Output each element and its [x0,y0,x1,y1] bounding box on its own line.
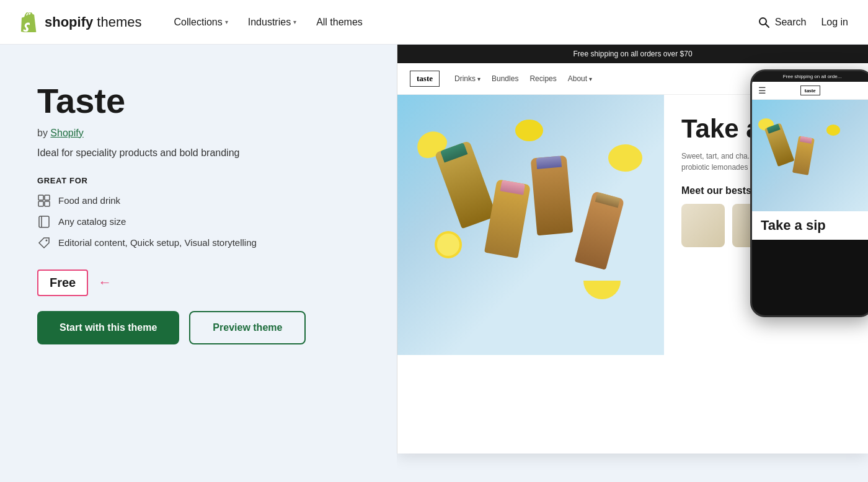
grid-icon [37,194,51,208]
hamburger-icon: ☰ [758,85,766,95]
logo-area[interactable]: shopify themes [20,12,142,32]
header: shopify themes Collections ▾ Industries … [0,0,868,45]
price-badge: Free [37,269,88,296]
chevron-down-icon: ▾ [293,19,296,25]
theme-title: Taste [37,82,360,120]
header-right: Search Log in [758,16,848,28]
search-icon [758,16,770,28]
svg-rect-2 [38,195,43,200]
lemon-decoration-3 [608,144,642,172]
mobile-preview-inner: Free shipping on all orde... ☰ taste [752,71,868,315]
login-button[interactable]: Log in [821,17,848,28]
theme-info-panel: Taste by Shopify Ideal for speciality pr… [0,45,397,482]
lemon-slice-decoration [435,231,462,258]
lemon-half-decoration [583,281,621,299]
shopify-logo-icon [20,12,40,32]
preview-nav-recipes: Recipes [529,74,556,83]
preview-product-image [397,95,664,355]
mobile-bottle-2 [792,136,815,175]
product-bottle-1 [435,141,497,229]
lemon-background [397,95,664,355]
svg-line-1 [766,24,769,27]
chevron-down-icon: ▾ [225,19,228,25]
logo-text: shopify themes [45,14,142,30]
preview-topbar: Free shipping on all orders over $70 [397,45,868,63]
mobile-nav: ☰ taste [752,82,868,100]
nav-item-industries[interactable]: Industries ▾ [241,12,304,33]
preview-nav-bundles: Bundles [492,74,518,83]
mobile-headline-section: Take a sip [752,211,868,240]
mobile-lemon-2 [826,125,840,136]
product-bottle-2 [484,179,531,258]
great-for-label: GREAT FOR [37,176,360,185]
svg-rect-3 [45,195,50,200]
product-bottle-4 [575,191,625,269]
price-row: Free ← [37,269,360,296]
svg-rect-5 [45,201,50,206]
price-arrow-icon: ← [98,274,112,291]
preview-theme-button[interactable]: Preview theme [189,311,306,344]
tag-icon [37,236,51,250]
features-list: Food and drink Any catalog size Editoria… [37,194,360,250]
svg-point-8 [46,239,48,241]
mobile-hero-image [752,100,868,211]
mobile-preview: Free shipping on all orde... ☰ taste [750,69,868,317]
mobile-topbar: Free shipping on all orde... [752,71,868,82]
feature-catalog: Any catalog size [37,215,360,229]
preview-nav-about: About ▾ [568,74,592,83]
start-theme-button[interactable]: Start with this theme [37,311,179,344]
preview-logo: taste [410,71,440,87]
book-icon [37,215,51,229]
search-button[interactable]: Search [758,16,807,28]
feature-food-drink: Food and drink [37,194,360,208]
lemon-decoration-2 [515,120,543,141]
theme-author-line: by Shopify [37,128,360,139]
theme-preview-panel: Free shipping on all orders over $70 tas… [397,45,868,482]
product-thumb-1 [681,204,725,247]
main-nav: Collections ▾ Industries ▾ All themes [167,12,758,33]
nav-item-collections[interactable]: Collections ▾ [167,12,236,33]
svg-rect-4 [38,201,43,206]
author-link[interactable]: Shopify [50,128,83,138]
preview-nav-links: Drinks ▾ Bundles Recipes About ▾ [454,74,592,83]
mobile-logo: taste [800,85,820,95]
action-buttons: Start with this theme Preview theme [37,311,360,344]
main-content: Taste by Shopify Ideal for speciality pr… [0,45,868,482]
mobile-bottle-1 [764,123,795,167]
svg-rect-6 [39,216,49,227]
feature-editorial: Editorial content, Quick setup, Visual s… [37,236,360,250]
mobile-headline: Take a sip [761,217,864,234]
nav-item-all-themes[interactable]: All themes [309,12,370,33]
preview-nav-drinks: Drinks ▾ [454,74,480,83]
product-bottle-3 [531,156,574,236]
theme-description: Ideal for speciality products and bold b… [37,147,360,159]
